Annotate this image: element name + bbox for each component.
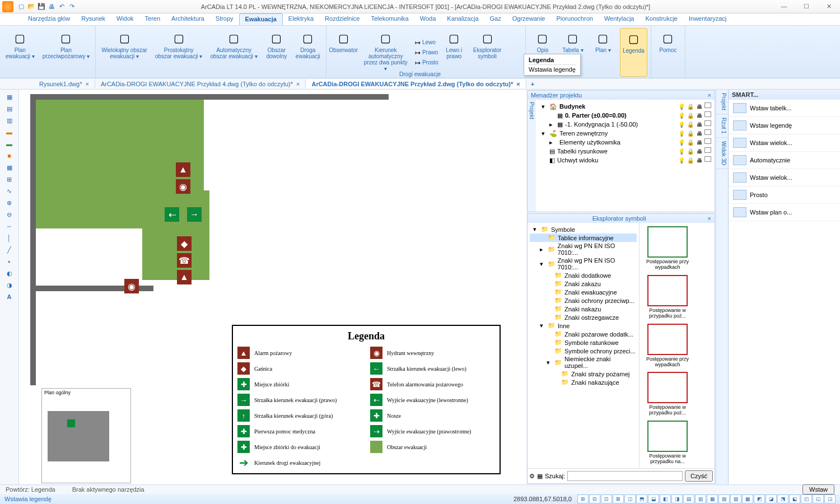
toggle-icon[interactable]: ◧ [660, 494, 671, 503]
tool-icon[interactable]: ▦ [4, 92, 15, 102]
toggle-icon[interactable]: ⬒ [636, 494, 647, 503]
toggle-icon[interactable]: ⊟ [589, 494, 600, 503]
ribbon-button[interactable]: ▢Eksploratorsymboli [471, 28, 504, 77]
ribbon-tab[interactable]: Stropy [210, 13, 239, 25]
ribbon-button[interactable]: ↦Lewo [411, 38, 441, 48]
panel-close-icon[interactable]: × [708, 215, 711, 222]
ribbon-tab[interactable]: Piorunochron [550, 13, 598, 25]
ribbon-button[interactable]: ▢Automatycznyobszar ewakuacji ▾ [208, 28, 259, 77]
ribbon-tab[interactable]: Rysunek [76, 13, 111, 25]
ribbon-button[interactable]: ▢Wielokątny obszarewakuacji ▾ [99, 28, 150, 77]
ribbon-button[interactable]: ▢Kierunek automatycznyprzez dwa punkty ▾ [361, 28, 411, 77]
explorer-tree-item[interactable]: 📁Symbole ochrony przeci... [530, 347, 637, 355]
side-tab[interactable]: Rzut 1 [716, 114, 728, 138]
tree-row[interactable]: ◧Uchwyt widoku💡🔒🖶 [538, 156, 712, 165]
explorer-tree-item[interactable]: 📁Znaki nakazu [530, 305, 637, 313]
explorer-tree-item[interactable]: ▾📁Niemieckie znaki uzupeł... [530, 355, 637, 370]
ribbon-tab[interactable]: Kanalizacja [441, 13, 484, 25]
symbol-thumbnail[interactable]: Postępowanie w przypadku poż... [643, 275, 692, 319]
ribbon-button[interactable]: ↦Prosto [411, 58, 441, 68]
minimize-button[interactable]: — [775, 3, 793, 10]
ribbon-tab[interactable]: Gaz [484, 13, 507, 25]
ribbon-tab[interactable]: Ogrzewanie [507, 13, 551, 25]
qat-save-icon[interactable]: 💾 [37, 2, 46, 11]
qat-open-icon[interactable]: 📂 [27, 2, 36, 11]
tool-icon[interactable]: ■ [4, 151, 15, 161]
explorer-tree-item[interactable]: 📁Symbole ratunkowe [530, 338, 637, 347]
tool-icon[interactable]: ◑ [4, 280, 15, 290]
toggle-icon[interactable]: ◫ [624, 494, 636, 503]
ribbon-tab[interactable]: Woda [414, 13, 442, 25]
tree-row[interactable]: ▸▦-1. Kondygnacja 1 (-50.00)💡🔒🖶 [538, 120, 712, 129]
side-tab[interactable]: Widok 3D [716, 138, 728, 169]
smart-item[interactable]: Wstaw tabelk... [729, 100, 840, 117]
tool-icon[interactable]: ∿ [4, 186, 15, 196]
symbol-thumbnail[interactable]: Postępowanie w przypadku na... [643, 421, 692, 465]
explorer-tree-item[interactable]: 📁Tablice informacyjne [530, 234, 637, 242]
drawing-canvas[interactable]: ▲ ◉ ⇠ → ◆ ☎ ▲ ◉ Legenda ▲Alarm pożarowy◉… [19, 90, 526, 484]
explorer-tree-item[interactable]: 📁Znaki ewakuacyjne [530, 288, 637, 296]
ribbon-tab[interactable]: Narzędzia głów [22, 13, 76, 25]
explorer-tree-item[interactable]: 📁Znaki straży pożarnej [530, 370, 637, 378]
toggle-icon[interactable]: ⬕ [789, 494, 800, 503]
smart-item[interactable]: Automatycznie [729, 152, 840, 169]
tool-icon[interactable]: ▥ [4, 115, 15, 125]
tree-row[interactable]: ▾🏠Budynek💡🔒🖶 [538, 102, 712, 111]
explorer-tree-item[interactable]: ▾📁Znaki wg PN EN ISO 7010:... [530, 256, 637, 271]
ribbon-button[interactable]: ▢Drogaewakuacji [293, 28, 323, 77]
tool-icon[interactable]: ↔ [4, 221, 15, 231]
qat-undo-icon[interactable]: ↶ [57, 2, 66, 11]
close-icon[interactable]: × [296, 81, 300, 87]
smart-item[interactable]: Wstaw wielok... [729, 169, 840, 186]
toggle-icon[interactable]: ⊡ [601, 494, 612, 503]
tool-icon[interactable]: ⊞ [4, 174, 15, 184]
explorer-tree-item[interactable]: ▾📁Symbole [530, 225, 637, 234]
explorer-tree-item[interactable]: ▾📁Inne [530, 321, 637, 330]
ribbon-button[interactable]: ▢Obszardowolny [263, 28, 290, 77]
explorer-tree-item[interactable]: 📁Znaki pożarowe dodatk... [530, 330, 637, 338]
smart-item[interactable]: Wstaw wielok... [729, 134, 840, 152]
tool-icon[interactable]: ▪ [4, 256, 15, 267]
toggle-icon[interactable]: ◱ [813, 494, 824, 503]
toggle-icon[interactable]: ⊞ [577, 494, 589, 503]
toggle-icon[interactable]: ◰ [801, 494, 812, 503]
explorer-tree-item[interactable]: ▸📁Znaki wg PN EN ISO 7010:... [530, 242, 637, 256]
ribbon-tab[interactable]: Inwentaryzacj [683, 13, 732, 25]
close-icon[interactable]: × [516, 81, 520, 87]
qat-new-icon[interactable]: ▢ [17, 2, 26, 11]
tool-icon[interactable]: ▬ [4, 127, 15, 137]
ribbon-tab[interactable]: Telekomunika [365, 13, 414, 25]
explorer-tree[interactable]: ▾📁Symbole📁Tablice informacyjne▸📁Znaki wg… [528, 223, 640, 468]
ribbon-tab[interactable]: Wentylacja [599, 13, 640, 25]
tool-icon[interactable]: ◐ [4, 268, 15, 278]
tree-row[interactable]: ▦0. Parter (±0.00=0.00)💡🔒🖶 [538, 111, 712, 120]
explorer-tree-item[interactable]: 📁Znaki ochrony przeciwp... [530, 296, 637, 305]
symbol-thumbnail[interactable]: Postępowanie przy wypadkach [643, 226, 692, 270]
document-tab[interactable]: ArCADia-DROGI EWAKUACYJNE Przykład 2.dwg… [306, 80, 526, 88]
clear-button[interactable]: Czyść [685, 470, 713, 482]
toggle-icon[interactable]: ▩ [742, 494, 753, 503]
smart-item[interactable]: Wstaw legendę [729, 117, 840, 134]
toggle-icon[interactable]: ◪ [766, 494, 777, 503]
ribbon-button[interactable]: ▢Lewo iprawo [441, 28, 468, 77]
toggle-icon[interactable]: ▨ [730, 494, 741, 503]
qat-print-icon[interactable]: 🖶 [47, 2, 56, 11]
tool-icon[interactable]: ⊖ [4, 209, 15, 220]
document-tab[interactable]: Rysunek1.dwg*× [34, 80, 95, 88]
tool-icon[interactable]: ▬ [4, 139, 15, 149]
ribbon-button[interactable]: ▢Planewakuacji ▾ [3, 28, 37, 77]
tool-icon[interactable]: ▦ [4, 162, 15, 172]
ribbon-tab[interactable]: Ewakuacja [239, 13, 283, 25]
close-button[interactable]: ✕ [820, 3, 838, 10]
maximize-button[interactable]: ☐ [797, 3, 815, 10]
tree-row[interactable]: ▤Tabelki rysunkowe💡🔒🖶 [538, 147, 712, 156]
smart-item[interactable]: Prosto [729, 186, 840, 204]
ribbon-tab[interactable]: Konstrukcje [640, 13, 683, 25]
explorer-tree-item[interactable]: 📁Znaki dodatkowe [530, 271, 637, 279]
ribbon-button[interactable]: ▢Planprzeciwpożarowy ▾ [40, 28, 92, 77]
ribbon-tab[interactable]: Widok [111, 13, 139, 25]
toggle-icon[interactable]: ⬓ [648, 494, 659, 503]
explorer-thumbnails[interactable]: Postępowanie przy wypadkachPostępowanie … [640, 223, 715, 468]
ribbon-button[interactable]: ▢Legenda [620, 28, 647, 77]
ribbon-tab[interactable]: Architektura [166, 13, 210, 25]
